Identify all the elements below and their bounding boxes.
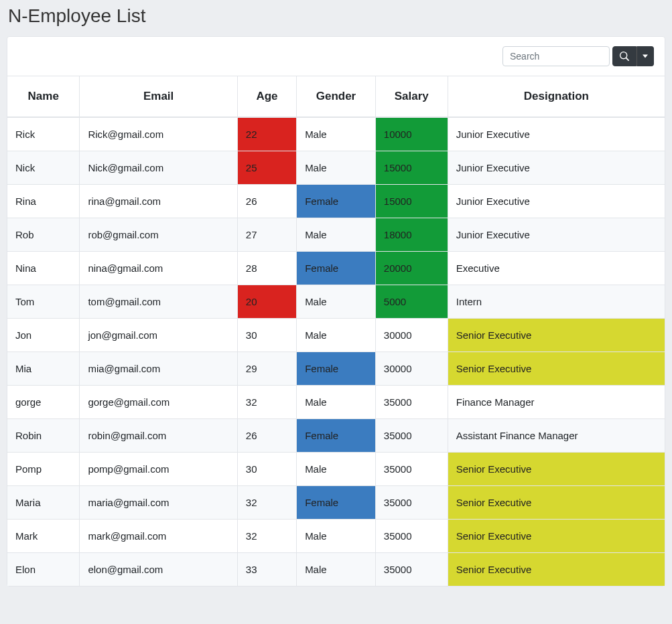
cell-name: Rina: [7, 185, 80, 218]
cell-gender: Male: [297, 386, 376, 419]
cell-salary: 35000: [375, 520, 448, 553]
cell-salary: 15000: [375, 151, 448, 185]
page-title: N-Employee List: [7, 0, 665, 36]
col-header-name[interactable]: Name: [7, 76, 80, 117]
cell-gender: Female: [297, 185, 376, 218]
table-header-row: Name Email Age Gender Salary Designation: [7, 76, 665, 117]
cell-designation: Junior Executive: [448, 117, 665, 151]
cell-email: jon@gmail.com: [80, 319, 237, 352]
cell-age: 25: [237, 151, 296, 185]
cell-gender: Male: [297, 520, 376, 553]
table-row[interactable]: Elonelon@gmail.com33Male35000Senior Exec…: [7, 553, 665, 587]
cell-salary: 30000: [375, 319, 448, 352]
cell-gender: Male: [297, 553, 376, 587]
col-header-salary[interactable]: Salary: [375, 76, 448, 117]
cell-salary: 35000: [375, 453, 448, 486]
cell-age: 30: [237, 453, 296, 486]
cell-age: 33: [237, 553, 296, 587]
cell-designation: Senior Executive: [448, 319, 665, 352]
table-row[interactable]: Jonjon@gmail.com30Male30000Senior Execut…: [7, 319, 665, 352]
search-dropdown-button[interactable]: [636, 46, 654, 66]
employee-card: Name Email Age Gender Salary Designation…: [7, 36, 665, 587]
cell-gender: Male: [297, 319, 376, 352]
cell-designation: Executive: [448, 252, 665, 285]
cell-salary: 15000: [375, 185, 448, 218]
cell-gender: Male: [297, 117, 376, 151]
cell-email: maria@gmail.com: [80, 486, 237, 520]
cell-gender: Female: [297, 419, 376, 453]
table-row[interactable]: Robinrobin@gmail.com26Female35000Assista…: [7, 419, 665, 453]
col-header-designation[interactable]: Designation: [448, 76, 665, 117]
table-row[interactable]: RickRick@gmail.com22Male10000Junior Exec…: [7, 117, 665, 151]
cell-age: 29: [237, 352, 296, 386]
table-row[interactable]: Markmark@gmail.com32Male35000Senior Exec…: [7, 520, 665, 553]
cell-gender: Female: [297, 352, 376, 386]
col-header-email[interactable]: Email: [80, 76, 237, 117]
cell-age: 28: [237, 252, 296, 285]
cell-gender: Female: [297, 252, 376, 285]
cell-name: Rick: [7, 117, 80, 151]
cell-name: Jon: [7, 319, 80, 352]
cell-designation: Junior Executive: [448, 151, 665, 185]
table-row[interactable]: Ninanina@gmail.com28Female20000Executive: [7, 252, 665, 285]
cell-designation: Intern: [448, 285, 665, 319]
cell-designation: Finance Manager: [448, 386, 665, 419]
cell-email: Rick@gmail.com: [80, 117, 237, 151]
cell-name: Mark: [7, 520, 80, 553]
cell-salary: 18000: [375, 218, 448, 252]
employee-table: Name Email Age Gender Salary Designation…: [7, 76, 665, 586]
cell-email: rina@gmail.com: [80, 185, 237, 218]
cell-name: Maria: [7, 486, 80, 520]
cell-email: pomp@gmail.com: [80, 453, 237, 486]
cell-designation: Senior Executive: [448, 352, 665, 386]
cell-email: mia@gmail.com: [80, 352, 237, 386]
cell-salary: 35000: [375, 486, 448, 520]
cell-age: 32: [237, 486, 296, 520]
cell-name: Rob: [7, 218, 80, 252]
cell-salary: 35000: [375, 553, 448, 587]
table-row[interactable]: Tomtom@gmail.com20Male5000Intern: [7, 285, 665, 319]
table-row[interactable]: Pomppomp@gmail.com30Male35000Senior Exec…: [7, 453, 665, 486]
table-row[interactable]: Robrob@gmail.com27Male18000Junior Execut…: [7, 218, 665, 252]
cell-gender: Male: [297, 453, 376, 486]
col-header-age[interactable]: Age: [237, 76, 296, 117]
cell-email: tom@gmail.com: [80, 285, 237, 319]
cell-name: Tom: [7, 285, 80, 319]
cell-designation: Senior Executive: [448, 453, 665, 486]
cell-designation: Junior Executive: [448, 185, 665, 218]
cell-email: mark@gmail.com: [80, 520, 237, 553]
cell-age: 20: [237, 285, 296, 319]
table-row[interactable]: NickNick@gmail.com25Male15000Junior Exec…: [7, 151, 665, 185]
col-header-gender[interactable]: Gender: [297, 76, 376, 117]
cell-email: gorge@gmail.com: [80, 386, 237, 419]
cell-name: Nick: [7, 151, 80, 185]
cell-name: Mia: [7, 352, 80, 386]
cell-designation: Senior Executive: [448, 486, 665, 520]
cell-salary: 35000: [375, 386, 448, 419]
table-row[interactable]: Rinarina@gmail.com26Female15000Junior Ex…: [7, 185, 665, 218]
cell-designation: Senior Executive: [448, 553, 665, 587]
cell-email: robin@gmail.com: [80, 419, 237, 453]
cell-email: elon@gmail.com: [80, 553, 237, 587]
table-row[interactable]: gorgegorge@gmail.com32Male35000Finance M…: [7, 386, 665, 419]
cell-age: 30: [237, 319, 296, 352]
table-row[interactable]: Miamia@gmail.com29Female30000Senior Exec…: [7, 352, 665, 386]
cell-age: 26: [237, 185, 296, 218]
cell-email: nina@gmail.com: [80, 252, 237, 285]
search-button[interactable]: [612, 46, 636, 66]
toolbar: [7, 37, 665, 76]
search-button-group: [610, 46, 654, 66]
cell-salary: 10000: [375, 117, 448, 151]
cell-gender: Male: [297, 218, 376, 252]
cell-age: 32: [237, 386, 296, 419]
cell-age: 32: [237, 520, 296, 553]
cell-designation: Assistant Finance Manager: [448, 419, 665, 453]
cell-email: Nick@gmail.com: [80, 151, 237, 185]
cell-email: rob@gmail.com: [80, 218, 237, 252]
search-input[interactable]: [502, 46, 610, 66]
cell-name: Elon: [7, 553, 80, 587]
table-row[interactable]: Mariamaria@gmail.com32Female35000Senior …: [7, 486, 665, 520]
cell-age: 22: [237, 117, 296, 151]
cell-gender: Female: [297, 486, 376, 520]
cell-salary: 30000: [375, 352, 448, 386]
